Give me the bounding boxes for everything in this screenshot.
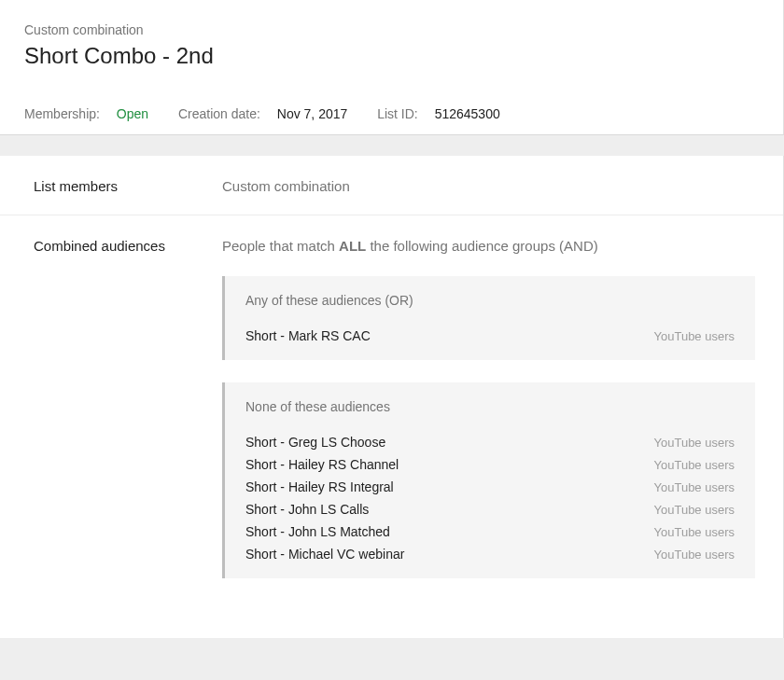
header-card: Custom combination Short Combo - 2nd Mem…: [0, 0, 784, 135]
audience-item: Short - Hailey RS IntegralYouTube users: [245, 476, 735, 498]
audience-item-name: Short - Michael VC webinar: [245, 547, 404, 562]
audience-item-name: Short - Mark RS CAC: [245, 328, 371, 343]
meta-row: Membership: Open Creation date: Nov 7, 2…: [24, 106, 759, 121]
audience-item: Short - John LS MatchedYouTube users: [245, 520, 735, 543]
list-members-row: List members Custom combination: [0, 156, 783, 215]
audience-item-name: Short - Hailey RS Channel: [245, 457, 399, 472]
audience-item-name: Short - John LS Calls: [245, 502, 369, 517]
membership-label: Membership:: [24, 106, 100, 121]
audience-item-type: YouTube users: [654, 480, 735, 494]
rule-bold: ALL: [339, 238, 366, 254]
audience-item: Short - John LS CallsYouTube users: [245, 498, 735, 520]
audience-item: Short - Hailey RS ChannelYouTube users: [245, 453, 735, 476]
creation-date-label: Creation date:: [178, 106, 260, 121]
combined-audiences-content: People that match ALL the following audi…: [222, 238, 783, 601]
audience-group-title: None of these audiences: [245, 399, 735, 414]
creation-date-value: Nov 7, 2017: [277, 106, 348, 121]
audience-item-name: Short - John LS Matched: [245, 524, 390, 539]
membership-value: Open: [117, 106, 148, 121]
audience-item-type: YouTube users: [654, 503, 735, 517]
audience-item: Short - Mark RS CACYouTube users: [245, 325, 735, 347]
audience-item-type: YouTube users: [654, 548, 735, 562]
match-rule-text: People that match ALL the following audi…: [222, 238, 755, 254]
combined-audiences-row: Combined audiences People that match ALL…: [0, 215, 783, 638]
audience-item: Short - Michael VC webinarYouTube users: [245, 543, 735, 565]
list-id-value: 512645300: [435, 106, 500, 121]
list-members-label: List members: [0, 178, 222, 194]
audience-item-type: YouTube users: [654, 329, 735, 343]
body-card: List members Custom combination Combined…: [0, 156, 784, 638]
membership-field: Membership: Open: [24, 106, 165, 121]
audience-item: Short - Greg LS ChooseYouTube users: [245, 431, 735, 453]
audience-item-type: YouTube users: [654, 436, 735, 450]
audience-type-label: Custom combination: [24, 22, 759, 37]
audience-group: None of these audiencesShort - Greg LS C…: [222, 382, 755, 578]
audience-item-name: Short - Hailey RS Integral: [245, 479, 394, 494]
audience-group-title: Any of these audiences (OR): [245, 293, 735, 308]
combined-audiences-label: Combined audiences: [0, 238, 222, 601]
audience-item-name: Short - Greg LS Choose: [245, 435, 385, 450]
audience-title: Short Combo - 2nd: [24, 43, 759, 69]
audience-group: Any of these audiences (OR)Short - Mark …: [222, 276, 755, 360]
audience-item-type: YouTube users: [654, 458, 735, 472]
list-members-value: Custom combination: [222, 178, 783, 194]
list-id-field: List ID: 512645300: [377, 106, 513, 121]
rule-prefix: People that match: [222, 238, 339, 254]
audience-item-type: YouTube users: [654, 525, 735, 539]
groups-container: Any of these audiences (OR)Short - Mark …: [222, 276, 755, 578]
rule-suffix: the following audience groups (AND): [366, 238, 597, 254]
list-id-label: List ID:: [377, 106, 418, 121]
creation-date-field: Creation date: Nov 7, 2017: [178, 106, 364, 121]
